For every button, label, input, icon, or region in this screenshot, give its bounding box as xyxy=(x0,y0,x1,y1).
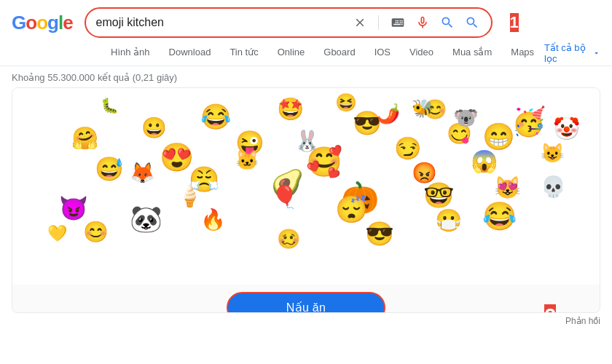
tab-news[interactable]: Tin tức xyxy=(221,41,267,66)
keyboard-icon[interactable] xyxy=(389,14,407,31)
tab-maps[interactable]: Maps xyxy=(502,41,543,66)
badge-2: 2 xyxy=(544,304,556,313)
emoji-item: 🐼 xyxy=(130,206,162,232)
emoji-item: 🐝 xyxy=(412,100,434,117)
search-icons xyxy=(352,14,481,31)
emoji-item: 😀 xyxy=(141,118,167,138)
emoji-item: 🔥 xyxy=(200,210,226,230)
cook-button[interactable]: Nấu ăn xyxy=(227,292,386,313)
logo-o1: o xyxy=(26,12,36,34)
emoji-item: 🌶️ xyxy=(377,104,400,123)
emoji-item: 💀 xyxy=(541,177,566,197)
emoji-item: 😴 xyxy=(335,197,368,223)
tab-shopping[interactable]: Mua sắm xyxy=(444,41,501,66)
emoji-item: 💛 xyxy=(47,226,67,242)
emoji-item: 😺 xyxy=(541,143,564,162)
emoji-item: 🐱 xyxy=(235,151,259,170)
emoji-item: 🤗 xyxy=(71,127,98,149)
emoji-item: 🍦 xyxy=(177,186,203,207)
search-button[interactable] xyxy=(463,14,481,31)
tabs-bar: Hình ảnh Download Tin tức Online Gboard … xyxy=(0,38,612,66)
emoji-item: 😡 xyxy=(412,163,437,183)
result-card: 😀😂🤩😎😊😁😆🤗😍😜🥰😏😋🥳😅😤🥑🎃😡😱😈🐼🌶️🐝🐨🐰🐱🦊🔥🎈😴🤓😂💀😊😎🥴😷🤡… xyxy=(12,87,600,313)
filter-all[interactable]: Tất cả bộ lọc xyxy=(544,42,600,64)
filter-label: Tất cả bộ lọc xyxy=(544,42,589,64)
results-info: Khoảng 55.300.000 kết quả (0,21 giây) xyxy=(0,66,612,87)
feedback-link[interactable]: Phản hồi xyxy=(565,316,600,326)
emoji-item: 🐛 xyxy=(101,98,119,113)
logo-g2: g xyxy=(47,12,58,34)
emoji-item: 🥴 xyxy=(277,229,300,248)
emoji-item: 🤓 xyxy=(423,183,454,207)
emoji-item: 😊 xyxy=(83,222,109,242)
tab-online[interactable]: Online xyxy=(269,41,314,66)
badge-1: 1 xyxy=(510,13,519,32)
footer: Phản hồi xyxy=(0,313,612,326)
emoji-area: 😀😂🤩😎😊😁😆🤗😍😜🥰😏😋🥳😅😤🥑🎃😡😱😈🐼🌶️🐝🐨🐰🐱🦊🔥🎈😴🤓😂💀😊😎🥴😷🤡… xyxy=(12,88,600,285)
emoji-item: 😁 xyxy=(482,124,515,150)
emoji-item: 😻 xyxy=(494,177,521,199)
google-logo: Google xyxy=(12,12,73,34)
tab-video[interactable]: Video xyxy=(401,41,442,66)
tab-images[interactable]: Hình ảnh xyxy=(102,41,159,66)
divider xyxy=(378,15,379,30)
cook-button-wrap: Nấu ăn 2 xyxy=(12,285,600,313)
clear-button[interactable] xyxy=(352,15,368,31)
emoji-item: 😅 xyxy=(95,157,124,181)
emoji-item: 😷 xyxy=(435,210,462,232)
emoji-item: 😂 xyxy=(200,104,231,129)
emoji-item: 😂 xyxy=(482,202,517,230)
emoji-item: 😏 xyxy=(394,138,421,159)
emoji-item: 😆 xyxy=(335,94,357,111)
tab-gboard[interactable]: Gboard xyxy=(315,41,364,66)
emoji-item: 🤩 xyxy=(277,98,304,120)
search-input[interactable] xyxy=(96,16,352,29)
emoji-item: 🦊 xyxy=(130,163,155,183)
emoji-item: 🐨 xyxy=(453,108,479,128)
logo-g: G xyxy=(12,12,26,34)
emoji-item: 🐰 xyxy=(294,131,320,151)
lens-icon[interactable] xyxy=(439,14,456,31)
emoji-item: 🎈 xyxy=(271,186,298,208)
emoji-item: 😎 xyxy=(365,222,394,245)
tab-download[interactable]: Download xyxy=(160,41,220,66)
emoji-item: 😱 xyxy=(471,151,498,173)
tab-ios[interactable]: IOS xyxy=(366,41,399,66)
header: Google 1 xyxy=(0,0,612,38)
logo-e: e xyxy=(63,12,72,34)
emoji-item: 🥳 xyxy=(511,108,546,135)
mic-icon[interactable] xyxy=(414,14,431,31)
emoji-item: 🤡 xyxy=(553,118,580,140)
search-bar xyxy=(85,7,493,38)
logo-o2: o xyxy=(36,12,47,34)
emoji-item: 😈 xyxy=(59,197,88,220)
